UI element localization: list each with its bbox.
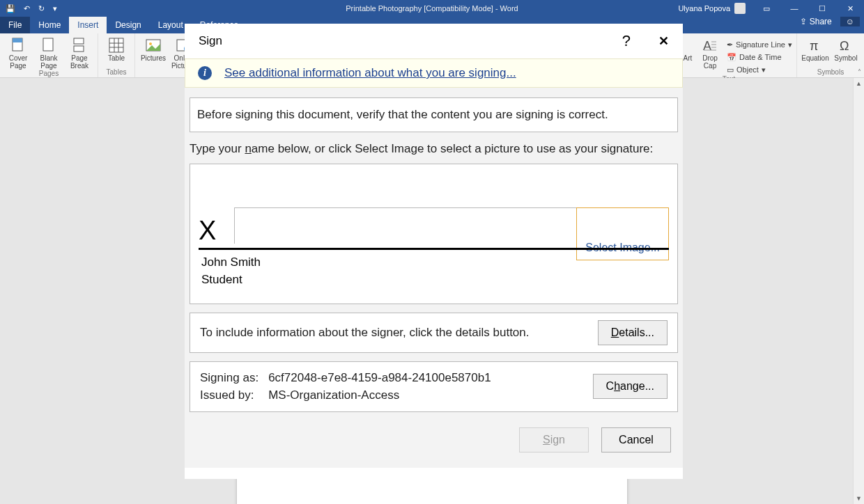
info-link[interactable]: See additional information about what yo… — [224, 66, 516, 80]
signer-name: John Smith — [201, 253, 261, 271]
window-titlebar: 💾 ↶ ↻ ▾ Printable Photography [Compatibi… — [0, 0, 864, 17]
date-time-button[interactable]: 📅Date & Time — [727, 52, 792, 63]
signature-instruction: Type your name below, or click Select Im… — [190, 141, 678, 158]
share-button[interactable]: ⇪ Share ☺ — [800, 17, 860, 26]
details-text: To include information about the signer,… — [200, 326, 530, 340]
signature-line-icon: ✒ — [727, 40, 733, 49]
close-dialog-icon[interactable]: ✕ — [658, 33, 669, 49]
scroll-up-icon[interactable]: ▲ — [854, 78, 864, 89]
change-button[interactable]: Change... — [593, 374, 668, 399]
svg-rect-1 — [13, 38, 22, 42]
share-icon: ⇪ — [800, 17, 807, 26]
tab-design[interactable]: Design — [107, 17, 149, 33]
svg-rect-3 — [74, 38, 84, 44]
group-pages: Cover Page Blank Page Page Break Pages — [0, 33, 98, 77]
save-icon[interactable]: 💾 — [6, 4, 15, 13]
blank-page-button[interactable]: Blank Page — [35, 38, 63, 70]
verify-message: Before signing this document, verify tha… — [197, 108, 608, 121]
redo-icon[interactable]: ↻ — [38, 4, 45, 13]
drop-cap-button[interactable]: A Drop Cap — [696, 38, 724, 70]
signing-as-label: Signing as: — [200, 369, 259, 387]
dropdown-icon: ▾ — [762, 65, 766, 74]
svg-text:Ω: Ω — [840, 39, 849, 53]
tab-insert[interactable]: Insert — [69, 17, 107, 33]
cover-page-icon — [10, 38, 26, 53]
close-icon[interactable]: ✕ — [836, 0, 864, 17]
svg-text:π: π — [810, 39, 818, 53]
collapse-ribbon-icon[interactable]: ˄ — [858, 68, 861, 76]
help-icon[interactable]: ? — [622, 32, 631, 50]
issued-by-value: MS-Organization-Access — [268, 386, 491, 404]
symbol-button[interactable]: Ω Symbol — [832, 38, 860, 62]
group-label-symbols: Symbols — [817, 68, 844, 77]
svg-text:A: A — [703, 39, 711, 53]
details-panel: To include information about the signer,… — [190, 313, 678, 353]
undo-icon[interactable]: ↶ — [24, 4, 30, 13]
share-label: Share — [810, 17, 832, 26]
signature-name-input[interactable] — [234, 207, 577, 244]
table-icon — [109, 38, 124, 53]
info-bar: i See additional information about what … — [185, 58, 683, 88]
ribbon-display-icon[interactable]: ▭ — [753, 0, 780, 17]
svg-point-11 — [149, 42, 152, 45]
signature-x-mark: X — [199, 217, 215, 244]
qat-dropdown-icon[interactable]: ▾ — [53, 4, 57, 13]
equation-icon: π — [808, 38, 823, 53]
info-icon: i — [198, 66, 212, 80]
cancel-button[interactable]: Cancel — [601, 427, 671, 452]
object-button[interactable]: ▭Object▾ — [727, 64, 792, 75]
sign-dialog: Sign ? ✕ i See additional information ab… — [185, 24, 683, 479]
drop-cap-icon: A — [702, 38, 718, 53]
pictures-button[interactable]: Pictures — [139, 38, 167, 62]
certificate-panel: Signing as: Issued by: 6cf72048-e7e8-415… — [190, 361, 678, 412]
tab-file[interactable]: File — [0, 17, 30, 33]
date-time-icon: 📅 — [727, 53, 736, 62]
minimize-icon[interactable]: — — [780, 0, 808, 17]
sign-button: Sign — [519, 427, 589, 452]
page-break-button[interactable]: Page Break — [65, 38, 93, 70]
group-tables: Table Tables — [98, 33, 135, 77]
avatar-icon — [734, 3, 746, 14]
user-account[interactable]: Ulyana Popova — [671, 3, 753, 14]
pictures-icon — [146, 38, 161, 53]
titlebar-help-icon[interactable]: ☺ — [840, 17, 860, 26]
signature-line — [199, 248, 669, 250]
group-label-tables: Tables — [107, 68, 127, 77]
group-symbols: π Equation Ω Symbol Symbols — [797, 33, 864, 77]
scroll-down-icon[interactable]: ▼ — [854, 493, 864, 504]
page-break-icon — [72, 38, 87, 53]
svg-rect-2 — [43, 38, 53, 51]
signer-title: Student — [201, 271, 261, 289]
equation-button[interactable]: π Equation — [801, 38, 829, 62]
verify-panel: Before signing this document, verify tha… — [190, 97, 678, 132]
issued-by-label: Issued by: — [200, 386, 259, 404]
dialog-title: Sign — [199, 34, 222, 48]
signing-as-value: 6cf72048-e7e8-4159-a984-24100e5870b1 — [268, 369, 491, 387]
details-button[interactable]: Details... — [598, 320, 668, 345]
select-image-button[interactable]: Select Image... — [576, 207, 669, 260]
object-icon: ▭ — [727, 65, 734, 74]
user-name: Ulyana Popova — [678, 4, 730, 13]
blank-page-icon — [41, 38, 56, 53]
maximize-icon[interactable]: ☐ — [808, 0, 836, 17]
cover-page-button[interactable]: Cover Page — [4, 38, 32, 70]
table-button[interactable]: Table — [102, 38, 130, 62]
signature-line-button[interactable]: ✒Signature Line▾ — [727, 39, 792, 50]
dropdown-icon: ▾ — [788, 40, 792, 49]
signature-box: X Select Image... John Smith Student — [190, 164, 678, 304]
svg-rect-4 — [74, 46, 84, 52]
vertical-scrollbar[interactable]: ▲ ▼ — [853, 78, 864, 504]
tab-home[interactable]: Home — [30, 17, 69, 33]
symbol-icon: Ω — [838, 38, 854, 53]
svg-rect-5 — [109, 38, 123, 52]
